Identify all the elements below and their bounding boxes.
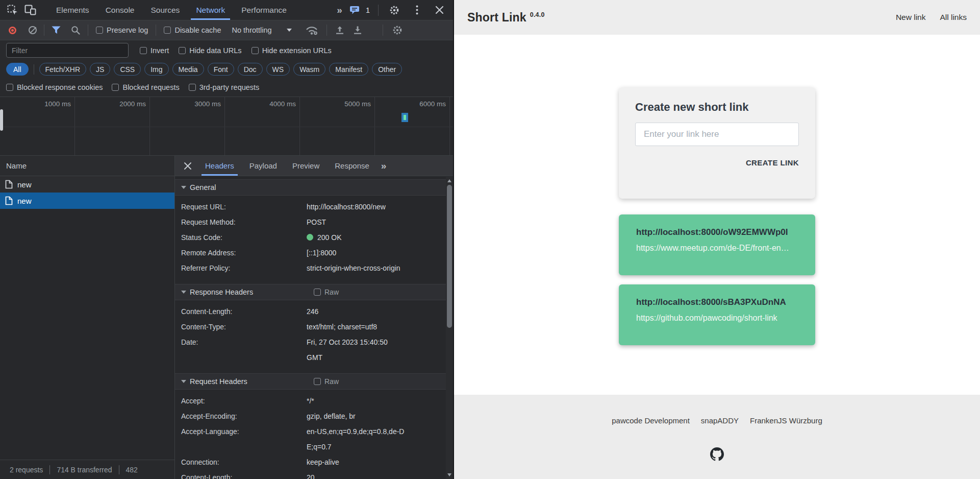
disable-cache-checkbox[interactable]: Disable cache xyxy=(164,26,221,34)
devtools-panel: Elements Console Sources Network Perform… xyxy=(0,0,453,479)
tab-performance[interactable]: Performance xyxy=(233,0,295,20)
import-har-button[interactable] xyxy=(335,26,344,35)
close-devtools-icon[interactable] xyxy=(432,3,447,18)
link-input[interactable] xyxy=(635,123,799,146)
filter-toggle-button[interactable] xyxy=(52,26,61,34)
footer-link-pawcode[interactable]: pawcode Development xyxy=(612,416,690,425)
headers-content: General Request URL: http://localhost:80… xyxy=(175,176,453,479)
tab-response[interactable]: Response xyxy=(327,156,377,176)
scrollbar-thumb[interactable] xyxy=(447,185,452,328)
network-overview-timeline[interactable]: 1000 ms 2000 ms 3000 ms 4000 ms 5000 ms … xyxy=(0,97,453,156)
header-row: Status Code: 200 OK xyxy=(175,230,446,245)
scroll-up-icon[interactable] xyxy=(447,179,451,182)
chip-fetch-xhr[interactable]: Fetch/XHR xyxy=(39,63,86,76)
header-row: Content-Length: 246 xyxy=(175,304,446,319)
blocked-requests-checkbox[interactable]: Blocked requests xyxy=(112,83,179,91)
close-details-icon[interactable] xyxy=(179,157,196,175)
network-conditions-button[interactable] xyxy=(305,25,318,35)
tab-headers[interactable]: Headers xyxy=(197,156,242,176)
raw-toggle[interactable]: Raw xyxy=(314,377,339,386)
export-har-button[interactable] xyxy=(353,26,362,35)
resource-type-filters: All Fetch/XHR JS CSS Img Media Font Doc … xyxy=(0,60,453,78)
tab-elements[interactable]: Elements xyxy=(48,0,97,20)
network-conditions-icon xyxy=(305,25,318,35)
github-link[interactable] xyxy=(454,447,980,461)
blocked-requests-label: Blocked requests xyxy=(122,83,179,91)
chip-css[interactable]: CSS xyxy=(114,63,141,76)
chip-doc[interactable]: Doc xyxy=(238,63,263,76)
header-name: Connection: xyxy=(181,454,307,470)
raw-toggle[interactable]: Raw xyxy=(314,288,339,296)
header-value: */* xyxy=(307,393,435,409)
header-name: Accept-Encoding: xyxy=(181,409,307,424)
github-icon xyxy=(710,447,724,461)
request-row-selected[interactable]: new xyxy=(0,193,174,209)
header-name: Referrer Policy: xyxy=(181,260,307,276)
throttling-select[interactable]: No throttling xyxy=(232,26,291,34)
chip-img[interactable]: Img xyxy=(144,63,168,76)
transferred-size: 714 B transferred xyxy=(50,466,118,474)
timeline-tick: 1000 ms xyxy=(0,97,75,155)
short-url[interactable]: http://localhost:8000/sBA3PXuDnNA xyxy=(636,297,798,307)
chip-all[interactable]: All xyxy=(6,63,29,76)
chip-wasm[interactable]: Wasm xyxy=(293,63,325,76)
chip-manifest[interactable]: Manifest xyxy=(329,63,368,76)
blocked-response-cookies-checkbox[interactable]: Blocked response cookies xyxy=(6,83,103,91)
header-row: Referrer Policy: strict-origin-when-cros… xyxy=(175,260,446,276)
short-link-card[interactable]: http://localhost:8000/sBA3PXuDnNA https:… xyxy=(619,284,815,345)
network-filter-row: Invert Hide data URLs Hide extension URL… xyxy=(0,40,453,60)
invert-checkbox[interactable]: Invert xyxy=(140,46,169,55)
chip-font[interactable]: Font xyxy=(208,63,234,76)
create-link-button[interactable]: CREATE LINK xyxy=(746,158,799,167)
more-tabs-icon[interactable]: » xyxy=(335,5,344,16)
chip-js[interactable]: JS xyxy=(90,63,110,76)
short-url[interactable]: http://localhost:8000/oW92EMWWp0I xyxy=(636,227,798,237)
kebab-menu-icon[interactable] xyxy=(409,3,424,18)
network-settings-button[interactable] xyxy=(392,25,403,35)
filter-input[interactable] xyxy=(6,43,129,58)
section-response-headers[interactable]: Response Headers Raw xyxy=(175,284,446,300)
device-toolbar-icon[interactable] xyxy=(22,3,38,18)
header-value: keep-alive xyxy=(307,454,435,470)
section-title: Response Headers xyxy=(190,288,314,296)
section-general[interactable]: General xyxy=(175,179,446,196)
footer-link-snapaddy[interactable]: snapADDY xyxy=(701,416,739,425)
request-name: new xyxy=(17,180,32,189)
more-detail-tabs-icon[interactable]: » xyxy=(379,160,389,172)
third-party-requests-checkbox[interactable]: 3rd-party requests xyxy=(189,83,260,91)
nav-new-link[interactable]: New link xyxy=(896,13,926,22)
settings-gear-icon[interactable] xyxy=(387,3,402,18)
tab-network[interactable]: Network xyxy=(188,0,233,20)
header-row: Content-Length: 20 xyxy=(175,470,446,479)
chip-ws[interactable]: WS xyxy=(266,63,290,76)
upload-icon xyxy=(335,26,344,35)
name-column-header[interactable]: Name xyxy=(0,156,174,176)
record-network-log-button[interactable] xyxy=(9,27,16,34)
details-scrollbar[interactable] xyxy=(446,177,453,479)
scroll-down-icon[interactable] xyxy=(447,473,451,476)
footer-link-frankenjs[interactable]: FrankenJS Würzburg xyxy=(750,416,822,425)
tab-preview[interactable]: Preview xyxy=(285,156,327,176)
preserve-log-checkbox[interactable]: Preserve log xyxy=(96,26,148,34)
hide-extension-urls-checkbox[interactable]: Hide extension URLs xyxy=(252,46,332,55)
timeline-drag-handle[interactable] xyxy=(0,109,3,131)
inspect-element-icon[interactable] xyxy=(5,3,20,18)
section-request-headers[interactable]: Request Headers Raw xyxy=(175,373,446,390)
chevron-down-icon xyxy=(287,29,292,32)
nav-all-links[interactable]: All links xyxy=(940,13,967,22)
tab-payload[interactable]: Payload xyxy=(242,156,285,176)
throttling-value: No throttling xyxy=(232,26,271,34)
chip-media[interactable]: Media xyxy=(172,63,204,76)
tab-console[interactable]: Console xyxy=(97,0,143,20)
toolbar-separator xyxy=(378,5,379,16)
timeline-tick: 5000 ms xyxy=(300,97,375,155)
short-link-card[interactable]: http://localhost:8000/oW92EMWWp0I https:… xyxy=(619,214,815,275)
request-row[interactable]: new xyxy=(0,176,174,193)
tab-sources[interactable]: Sources xyxy=(143,0,188,20)
chip-other[interactable]: Other xyxy=(372,63,402,76)
search-button[interactable] xyxy=(71,26,80,35)
timeline-tick: 2000 ms xyxy=(75,97,150,155)
console-drawer-icon[interactable] xyxy=(349,3,361,18)
hide-data-urls-checkbox[interactable]: Hide data URLs xyxy=(179,46,241,55)
clear-network-log-button[interactable] xyxy=(29,26,37,34)
